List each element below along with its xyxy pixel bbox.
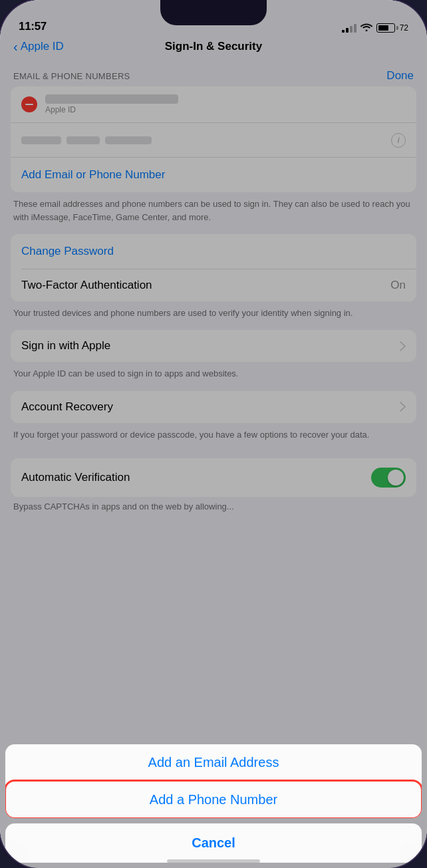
- home-indicator: [167, 859, 260, 863]
- action-sheet-main-group: Add an Email Address Add a Phone Number: [5, 744, 422, 818]
- phone-screen: 11:57 72: [0, 0, 427, 868]
- add-phone-label: Add a Phone Number: [150, 792, 277, 807]
- add-email-label: Add an Email Address: [148, 755, 279, 770]
- action-sheet: Add an Email Address Add a Phone Number …: [0, 744, 427, 868]
- cancel-label: Cancel: [192, 835, 235, 850]
- add-phone-button[interactable]: Add a Phone Number: [5, 781, 422, 818]
- overlay-dim: [0, 0, 427, 868]
- cancel-button[interactable]: Cancel: [5, 823, 422, 863]
- add-email-button[interactable]: Add an Email Address: [5, 744, 422, 781]
- phone-frame: 11:57 72: [0, 0, 427, 868]
